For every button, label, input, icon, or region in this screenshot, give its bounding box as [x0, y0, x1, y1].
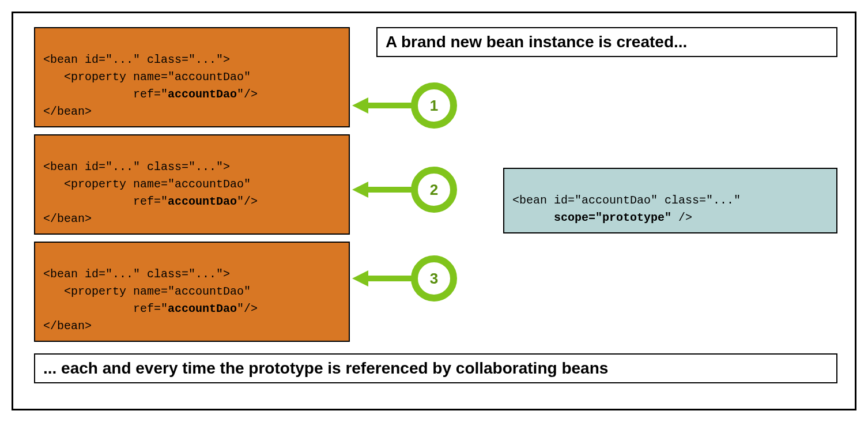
svg-marker-5 — [352, 270, 368, 287]
bean2-line1: <bean id="..." class="..."> — [43, 160, 230, 174]
bean2-line2: <property name="accountDao" — [43, 178, 251, 191]
proto-line2b: scope="prototype" — [554, 211, 671, 224]
circle-3-num: 3 — [430, 270, 438, 288]
bean1-line3c: "/> — [237, 88, 258, 101]
bean3-line2: <property name="accountDao" — [43, 285, 251, 298]
heading-top: A brand new bean instance is created... — [376, 27, 837, 57]
heading-bottom: ... each and every time the prototype is… — [34, 353, 837, 383]
diagram-container: A brand new bean instance is created... … — [12, 12, 856, 410]
bean3-line3b: accountDao — [168, 302, 237, 315]
heading-top-text: A brand new bean instance is created... — [386, 33, 687, 51]
arrow-1 — [351, 94, 420, 117]
bean2-line3c: "/> — [237, 195, 258, 208]
bean-box-3: <bean id="..." class="..."> <property na… — [34, 242, 350, 342]
svg-marker-1 — [352, 97, 368, 114]
bean1-line2: <property name="accountDao" — [43, 70, 251, 84]
arrow-2 — [351, 178, 420, 201]
bean3-line3a: ref=" — [43, 302, 168, 315]
heading-bottom-text: ... each and every time the prototype is… — [43, 359, 608, 377]
bean1-line3b: accountDao — [168, 88, 237, 101]
bean3-line3c: "/> — [237, 302, 258, 315]
bean3-line1: <bean id="..." class="..."> — [43, 267, 230, 281]
proto-line2a — [512, 211, 554, 224]
bean2-line3b: accountDao — [168, 195, 237, 208]
proto-line1: <bean id="accountDao" class="..." — [512, 194, 741, 207]
bean1-line3a: ref=" — [43, 88, 168, 101]
bean-box-2: <bean id="..." class="..."> <property na… — [34, 134, 350, 235]
bean3-line4: </bean> — [43, 319, 92, 333]
svg-marker-3 — [352, 182, 368, 198]
bean2-line4: </bean> — [43, 212, 92, 225]
circle-1-num: 1 — [430, 97, 438, 115]
bean-box-1: <bean id="..." class="..."> <property na… — [34, 27, 350, 127]
bean2-line3a: ref=" — [43, 195, 168, 208]
arrow-3 — [351, 267, 420, 290]
bean1-line1: <bean id="..." class="..."> — [43, 53, 230, 66]
proto-line2c: /> — [671, 211, 692, 224]
circle-2-num: 2 — [430, 181, 438, 199]
bean1-line4: </bean> — [43, 105, 92, 118]
prototype-box: <bean id="accountDao" class="..." scope=… — [503, 168, 837, 233]
